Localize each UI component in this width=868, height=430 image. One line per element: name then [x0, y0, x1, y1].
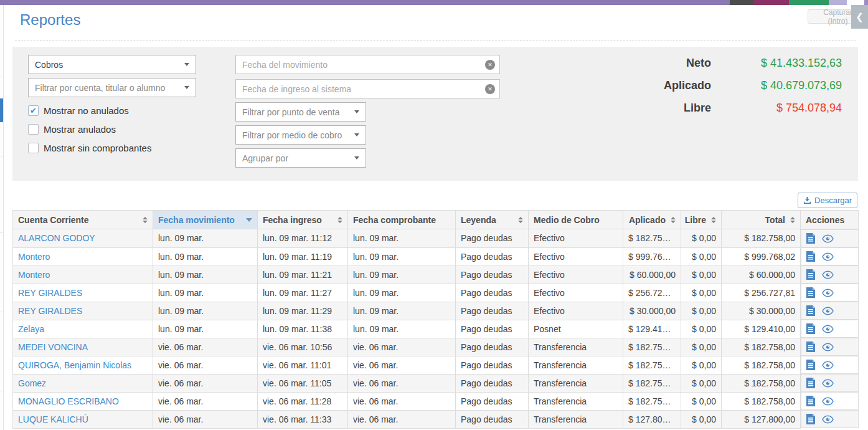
- cell-acciones: [801, 247, 859, 265]
- document-icon[interactable]: [806, 323, 815, 334]
- cell-cuenta-corriente: Montero: [13, 265, 153, 284]
- punto-de-venta-select[interactable]: Filtrar por punto de venta: [235, 102, 366, 122]
- account-link[interactable]: Montero: [18, 252, 50, 262]
- cell-acciones: [801, 356, 859, 374]
- account-link[interactable]: ALARCON GODOY: [18, 233, 95, 243]
- eye-icon[interactable]: [822, 379, 834, 388]
- column-label: Aplicado: [629, 215, 666, 225]
- cell-leyenda: Pago deudas: [456, 356, 529, 374]
- account-link[interactable]: MONAGLIO ESCRIBANO: [18, 396, 119, 406]
- reportes-screen: Capturar (Intro) ❮ Reportes Cobros Filtr…: [0, 0, 868, 430]
- account-link[interactable]: REY GIRALDES: [18, 288, 82, 298]
- eye-icon[interactable]: [822, 252, 834, 261]
- cell-leyenda: Pago deudas: [456, 392, 529, 410]
- clear-icon[interactable]: ✕: [485, 84, 495, 94]
- column-label: Cuenta Corriente: [18, 215, 89, 225]
- chevron-left-icon: ❮: [856, 11, 864, 22]
- medio-de-cobro-select[interactable]: Filtrar por medio de cobro: [235, 125, 366, 145]
- checkbox-mostrar-anulados[interactable]: ✔ Mostrar anulados: [28, 124, 196, 135]
- cell-total: $ 182.758,00: [722, 374, 801, 392]
- select-placeholder: Agrupar por: [242, 153, 288, 163]
- document-icon[interactable]: [806, 342, 815, 352]
- account-link[interactable]: Gomez: [18, 378, 46, 388]
- eye-icon[interactable]: [822, 361, 834, 370]
- select-placeholder: Filtrar por punto de venta: [242, 107, 339, 117]
- column-header-fecha-movimiento[interactable]: Fecha movimiento: [153, 211, 258, 229]
- column-header-aplicado[interactable]: Aplicado: [623, 211, 681, 229]
- eye-icon[interactable]: [822, 270, 834, 279]
- fecha-ingreso-input[interactable]: Fecha de ingreso al sistema ✕: [235, 79, 500, 98]
- document-icon[interactable]: [806, 305, 815, 316]
- account-link[interactable]: REY GIRALDES: [18, 306, 82, 316]
- fecha-movimiento-input[interactable]: Fecha del movimiento ✕: [235, 55, 500, 74]
- eye-icon[interactable]: [822, 343, 834, 351]
- checkbox-mostrar-sin-comprobantes[interactable]: ✔ Mostrar sin comprobantes: [28, 143, 196, 153]
- column-header-leyenda[interactable]: Leyenda: [456, 211, 529, 229]
- strip-segment-green: [789, 0, 829, 5]
- eye-icon[interactable]: [822, 325, 834, 333]
- document-icon[interactable]: [806, 251, 815, 262]
- eye-icon[interactable]: [822, 307, 834, 315]
- document-icon[interactable]: [806, 360, 815, 370]
- sort-icon: [790, 217, 795, 223]
- eye-icon[interactable]: [822, 397, 834, 406]
- column-label: Leyenda: [461, 215, 496, 225]
- download-button[interactable]: Descargar: [798, 193, 857, 208]
- strip-segment-white: [847, 0, 864, 5]
- sidebar-toggle[interactable]: ❮: [851, 5, 868, 29]
- left-rail: [0, 5, 4, 430]
- column-header-total[interactable]: Total: [722, 211, 801, 229]
- agrupar-por-select[interactable]: Agrupar por: [235, 148, 366, 168]
- summary-label: Aplicado: [599, 79, 711, 92]
- cell-fecha-movimiento: lun. 09 mar.: [153, 247, 258, 265]
- cell-aplicado: $ 256.727,81: [623, 284, 681, 302]
- cell-libre: $ 0,00: [681, 265, 722, 284]
- cell-cuenta-corriente: MONAGLIO ESCRIBANO: [13, 392, 153, 410]
- cell-libre: $ 0,00: [681, 284, 722, 302]
- eye-icon[interactable]: [822, 415, 834, 424]
- document-icon[interactable]: [806, 233, 815, 244]
- cell-libre: $ 0,00: [681, 338, 722, 356]
- table-row: ALARCON GODOYlun. 09 mar.lun. 09 mar. 11…: [13, 229, 859, 248]
- document-icon[interactable]: [806, 287, 815, 298]
- account-link[interactable]: LUQUE KALICHÚ: [18, 414, 88, 424]
- account-filter-select[interactable]: Filtrar por cuenta, titular o alumno: [28, 78, 196, 97]
- cell-medio-de-cobro: Efectivo: [529, 229, 623, 248]
- summary-label: Neto: [599, 57, 711, 70]
- document-icon[interactable]: [806, 414, 815, 424]
- column-header-cuenta-corriente[interactable]: Cuenta Corriente: [13, 211, 153, 229]
- account-link[interactable]: Zelaya: [18, 324, 44, 334]
- cell-fecha-movimiento: lun. 09 mar.: [153, 284, 258, 302]
- browser-top-strip: [0, 0, 868, 5]
- cell-total: $ 30.000,00: [722, 302, 801, 320]
- account-link[interactable]: MEDEI VONCINA: [18, 342, 88, 352]
- eye-icon[interactable]: [822, 234, 834, 243]
- column-label: Fecha ingreso: [263, 215, 322, 225]
- table-row: MONAGLIO ESCRIBANOvie. 06 mar.vie. 06 ma…: [13, 392, 859, 410]
- report-table: Cuenta CorrienteFecha movimientoFecha in…: [12, 210, 859, 429]
- rail-active-indicator[interactable]: [0, 98, 3, 122]
- cell-aplicado: $ 129.410,00: [623, 320, 681, 338]
- cell-fecha-movimiento: vie. 06 mar.: [153, 392, 258, 410]
- cell-leyenda: Pago deudas: [456, 320, 529, 338]
- document-icon[interactable]: [806, 378, 815, 388]
- column-header-fecha-ingreso[interactable]: Fecha ingreso: [258, 211, 348, 229]
- column-header-fecha-comprobante: Fecha comprobante: [348, 211, 456, 229]
- account-link[interactable]: QUIROGA, Benjamin Nicolas: [18, 360, 131, 370]
- eye-icon[interactable]: [822, 289, 834, 297]
- checkbox-icon: ✔: [28, 105, 39, 116]
- checkbox-mostrar-no-anulados[interactable]: ✔ Mostrar no anulados: [28, 105, 196, 116]
- report-type-select[interactable]: Cobros: [28, 55, 196, 74]
- checkbox-label: Mostrar anulados: [44, 124, 116, 135]
- account-link[interactable]: Montero: [18, 270, 50, 280]
- clear-icon[interactable]: ✕: [485, 60, 495, 70]
- document-icon[interactable]: [806, 396, 815, 406]
- sort-icon: [143, 217, 148, 223]
- summary-row-neto: Neto $ 41.433.152,63: [599, 52, 842, 74]
- column-label: Fecha movimiento: [158, 215, 235, 225]
- cell-cuenta-corriente: REY GIRALDES: [13, 284, 153, 302]
- sort-icon: [671, 217, 676, 223]
- column-header-libre[interactable]: Libre: [681, 211, 722, 229]
- document-icon[interactable]: [806, 269, 815, 280]
- chevron-down-icon: [184, 63, 189, 66]
